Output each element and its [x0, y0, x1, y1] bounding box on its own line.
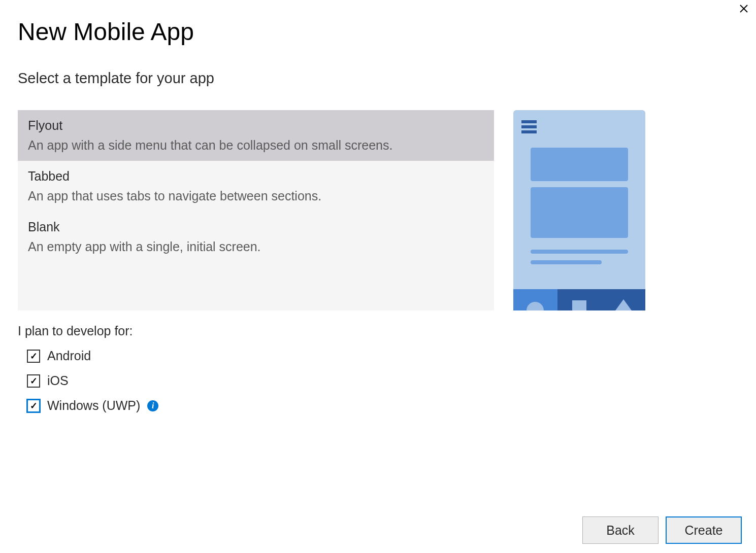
preview-text-line [531, 250, 628, 254]
template-description: An app with a side menu that can be coll… [28, 138, 484, 153]
checkbox-ios[interactable]: ✓ [27, 374, 40, 388]
create-button[interactable]: Create [666, 516, 742, 544]
triangle-icon [615, 299, 632, 310]
develop-for-label: I plan to develop for: [18, 324, 738, 338]
preview-tab [601, 289, 645, 310]
hamburger-icon [521, 120, 537, 135]
preview-bottom-bar [513, 289, 645, 310]
preview-tab [557, 289, 602, 310]
checkbox-windows-uwp[interactable]: ✓ [27, 399, 40, 412]
template-list: Flyout An app with a side menu that can … [18, 110, 494, 310]
template-description: An app that uses tabs to navigate betwee… [28, 189, 484, 203]
preview-text-line [531, 260, 602, 264]
preview-card [531, 148, 628, 181]
template-name: Tabbed [28, 169, 484, 184]
page-title: New Mobile App [18, 18, 738, 46]
template-item-tabbed[interactable]: Tabbed An app that uses tabs to navigate… [18, 161, 494, 212]
template-description: An empty app with a single, initial scre… [28, 239, 484, 254]
preview-tab [513, 289, 557, 310]
info-icon[interactable]: i [147, 400, 158, 411]
template-name: Blank [28, 220, 484, 234]
close-icon [740, 5, 748, 13]
checkbox-label: Android [47, 349, 91, 363]
square-icon [572, 300, 586, 310]
page-subtitle: Select a template for your app [18, 70, 738, 87]
template-name: Flyout [28, 118, 484, 133]
template-item-flyout[interactable]: Flyout An app with a side menu that can … [18, 110, 494, 161]
back-button[interactable]: Back [582, 516, 659, 544]
template-item-blank[interactable]: Blank An empty app with a single, initia… [18, 212, 494, 262]
checkbox-label: Windows (UWP) [47, 398, 140, 413]
circle-icon [527, 302, 544, 310]
checkbox-android[interactable]: ✓ [27, 350, 40, 363]
preview-card [531, 187, 628, 238]
template-preview [513, 110, 645, 310]
close-button[interactable] [740, 4, 748, 14]
checkbox-label: iOS [47, 373, 69, 388]
